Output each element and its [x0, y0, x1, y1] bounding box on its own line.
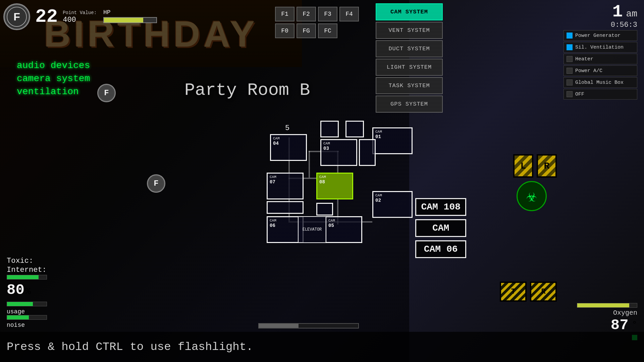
cam-tab-row1: F1 F2 F3 F4: [275, 7, 359, 21]
btn-vent-system[interactable]: VENT SYSTEM: [376, 22, 443, 39]
bottom-t-btn[interactable]: T: [500, 282, 527, 302]
cam-node-08[interactable]: CAM 08: [316, 173, 353, 199]
tab-fg[interactable]: FG: [297, 23, 316, 38]
cam-node-03[interactable]: CAM 03: [320, 139, 357, 166]
left-panel: audio devices camera system ventilation: [17, 60, 90, 100]
cam-tab-row2: F0 FG FC: [275, 23, 359, 38]
cam-node-small-4[interactable]: [316, 203, 333, 216]
tab-f3[interactable]: F3: [318, 7, 337, 21]
left-stats: Toxic: Internet: 80 % usage noise: [7, 257, 47, 328]
door-controls: L R: [513, 154, 557, 178]
bottom-bar: Press & hold CTRL to use flashlight.: [0, 332, 644, 362]
usage-bar: [7, 302, 47, 306]
sil-ventilation: Sil. Ventilation: [564, 42, 637, 53]
tab-f2[interactable]: F2: [297, 7, 316, 21]
cam-node-small-1[interactable]: [320, 121, 339, 137]
point-info: Point Value: 400: [63, 10, 97, 24]
tab-f4[interactable]: F4: [339, 7, 359, 21]
bottom-door-panels: T R: [500, 282, 557, 302]
elevator-node[interactable]: ELEVATOR: [298, 216, 326, 243]
cam-node-05[interactable]: CAM 05: [325, 216, 362, 243]
system-vent: ventilation: [17, 86, 90, 97]
door-left-btn[interactable]: L: [513, 154, 533, 178]
fazwatch-icon: F: [3, 3, 30, 30]
scene-fazwatch-2: F: [147, 174, 165, 193]
btn-cam-system[interactable]: CAM SYSTEM: [376, 3, 443, 20]
power-dot-generator: [567, 33, 573, 39]
oxygen-fill: [577, 303, 629, 307]
time-hour: 1: [612, 2, 623, 22]
cam-node-small-2[interactable]: [345, 121, 364, 137]
scene-fazwatch-1: F: [97, 84, 116, 102]
btn-light-system[interactable]: LIGHT SYSTEM: [376, 59, 443, 76]
oxygen-value: 87: [611, 317, 629, 334]
internet-pct: 80: [7, 282, 24, 298]
tab-fc[interactable]: FC: [318, 23, 337, 38]
power-dot-heater: [567, 56, 573, 62]
cam-node-02[interactable]: CAM 02: [372, 191, 413, 218]
btn-gps-system[interactable]: GPS SYSTEM: [376, 96, 443, 113]
oxygen-label: Oxygen: [577, 309, 637, 317]
oxygen-bar: [577, 303, 637, 308]
power-dot-off: [567, 91, 573, 97]
cam-node-small-3[interactable]: [359, 139, 376, 166]
power-panel: Power Generator Sil. Ventilation Heater …: [564, 30, 637, 100]
degree-sign: °: [632, 319, 637, 330]
cam-badge-plain[interactable]: CAM: [415, 219, 466, 237]
internet-bar-fill: [7, 275, 39, 279]
hp-fill: [104, 18, 143, 22]
room-label: Party Room B: [184, 80, 310, 100]
map-container: CAM 01 CAM 02 CAM 03 CAM 04 CAM 05 CAM 0…: [255, 121, 413, 251]
oxygen-value-display: 87 °: [577, 317, 637, 334]
power-off-item: OFF: [564, 89, 637, 100]
map-top-label: 5: [285, 124, 289, 132]
power-ac: Power A/C: [564, 65, 637, 76]
internet-bar: [7, 275, 47, 280]
internet-label: Internet:: [7, 266, 47, 274]
power-dot-music: [567, 79, 573, 85]
global-music-box: Global Music Box: [564, 77, 637, 88]
percent-sign: %: [25, 286, 31, 297]
cam-node-07[interactable]: CAM 07: [267, 173, 304, 199]
door-right-btn[interactable]: R: [537, 154, 557, 178]
hp-section: Point Value: 400 HP: [63, 9, 157, 25]
time-seconds: 0:56:3: [611, 21, 637, 29]
biohazard-icon-container: ☣: [517, 181, 547, 211]
power-generator: Power Generator: [564, 30, 637, 41]
progress-fill: [259, 324, 299, 328]
usage-bar-fill: [7, 302, 33, 306]
heater-item: Heater: [564, 54, 637, 64]
cam-badge-06[interactable]: CAM 06: [415, 240, 466, 258]
noise-bar-fill: [7, 315, 29, 319]
time-display: 1 am 0:56:3: [611, 3, 637, 29]
btn-task-system[interactable]: TASK SYSTEM: [376, 77, 443, 94]
bottom-r-btn[interactable]: R: [530, 282, 557, 302]
usage-label: usage: [7, 308, 47, 315]
system-panel: CAM SYSTEM VENT SYSTEM DUCT SYSTEM LIGHT…: [376, 3, 443, 113]
cam-badges-panel: CAM 108 CAM CAM 06: [415, 198, 466, 258]
level-number: 22: [35, 7, 58, 26]
hp-bar: [103, 17, 157, 23]
biohazard-icon: ☣: [517, 181, 547, 211]
power-dot-ac: [567, 68, 573, 74]
noise-bar: [7, 315, 47, 320]
cam-badge-108[interactable]: CAM 108: [415, 198, 466, 216]
time-period: am: [626, 9, 637, 19]
tab-f1[interactable]: F1: [275, 7, 294, 21]
noise-label: noise: [7, 322, 47, 328]
points-display: 22: [35, 7, 58, 26]
cam-tabs: F1 F2 F3 F4 F0 FG FC: [275, 7, 359, 38]
btn-duct-system[interactable]: DUCT SYSTEM: [376, 40, 443, 57]
power-dot-vent: [567, 44, 573, 50]
system-camera: camera system: [17, 73, 90, 84]
hint-text: Press & hold CTRL to use flashlight.: [7, 341, 253, 353]
tab-f0[interactable]: F0: [275, 23, 294, 38]
toxic-label: Toxic:: [7, 257, 47, 265]
cam-node-04[interactable]: CAM 04: [270, 134, 307, 161]
cam-node-01[interactable]: CAM 01: [372, 127, 413, 154]
fazwatch-f: F: [13, 11, 20, 23]
cam-node-small-5[interactable]: [267, 201, 304, 214]
hud-topleft: F 22 Point Value: 400 HP: [3, 3, 157, 30]
internet-pct-display: 80 %: [7, 282, 47, 298]
system-audio: audio devices: [17, 60, 90, 71]
